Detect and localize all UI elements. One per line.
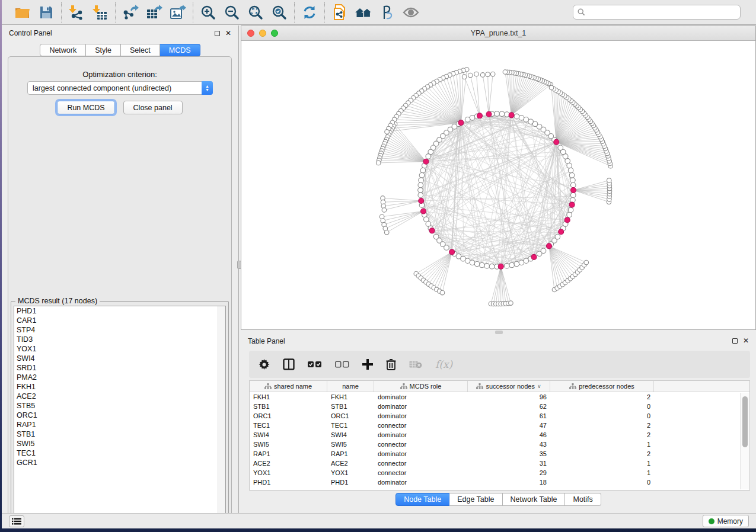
show-column-icon[interactable] (283, 358, 295, 370)
ring-node[interactable] (484, 264, 490, 269)
tab-network-table[interactable]: Network Table (503, 493, 566, 506)
ring-node[interactable] (514, 114, 519, 119)
zoom-in-icon[interactable] (199, 3, 218, 22)
ring-node[interactable] (418, 193, 423, 198)
mcds-result-item[interactable]: CAR1 (14, 316, 225, 325)
mcds-hub-node[interactable] (458, 120, 464, 126)
table-scrollbar-thumb[interactable] (742, 396, 748, 447)
ring-node[interactable] (489, 264, 495, 269)
mcds-result-item[interactable]: RAP1 (14, 420, 225, 430)
mcds-hub-node[interactable] (546, 243, 551, 249)
mcds-result-item[interactable]: YOX1 (14, 344, 225, 354)
ring-node[interactable] (419, 173, 425, 178)
ring-node[interactable] (541, 248, 546, 254)
leaf-node[interactable] (474, 72, 479, 76)
ring-node[interactable] (419, 178, 424, 183)
mcds-result-item[interactable]: STP4 (14, 325, 225, 335)
unselect-all-icon[interactable] (335, 361, 349, 368)
column-header-MCDS-role[interactable]: MCDS role (374, 381, 468, 392)
mcds-list-scrollbar[interactable] (218, 306, 225, 514)
ring-node[interactable] (509, 262, 515, 268)
leaf-node[interactable] (382, 208, 387, 213)
ring-node[interactable] (480, 262, 485, 268)
duplicate-network-icon[interactable] (330, 3, 349, 22)
table-scrollbar[interactable] (740, 393, 749, 489)
mcds-result-item[interactable]: STB5 (14, 401, 225, 411)
export-image-icon[interactable] (168, 3, 187, 22)
leaf-node[interactable] (480, 73, 485, 78)
mcds-result-item[interactable]: TEC1 (14, 448, 225, 458)
leaf-node[interactable] (468, 73, 473, 78)
select-all-icon[interactable] (308, 361, 322, 368)
leaf-node[interactable] (486, 72, 490, 77)
mcds-result-item[interactable]: ACE2 (14, 392, 225, 401)
ring-node[interactable] (505, 264, 510, 269)
ring-node[interactable] (418, 182, 423, 188)
leaf-node[interactable] (607, 178, 611, 183)
ring-node[interactable] (474, 261, 480, 267)
ring-node[interactable] (470, 260, 475, 265)
tab-motifs[interactable]: Motifs (565, 493, 601, 506)
ring-node[interactable] (519, 260, 524, 265)
float-table-panel-icon[interactable] (732, 338, 738, 344)
home-networks-icon[interactable] (354, 3, 373, 22)
leaf-node[interactable] (376, 161, 381, 165)
mcds-hub-node[interactable] (420, 209, 426, 214)
table-row[interactable]: STB1STB1dominator620 (250, 402, 749, 411)
mcds-hub-node[interactable] (419, 198, 424, 203)
mcds-result-list[interactable]: PHD1CAR1STP4TID3YOX1SWI4SRD1PMA2FKH1ACE2… (14, 306, 226, 515)
table-row[interactable]: PHD1PHD1dominator180 (250, 477, 749, 487)
table-row[interactable]: YOX1YOX1connector291 (250, 468, 749, 477)
memory-button[interactable]: Memory (703, 515, 749, 527)
mcds-hub-node[interactable] (569, 202, 575, 207)
mcds-hub-node[interactable] (449, 249, 455, 255)
table-row[interactable]: SWI5SWI5connector431 (250, 440, 749, 449)
tab-edge-table[interactable]: Edge Table (449, 493, 502, 506)
mcds-result-item[interactable]: PHD1 (14, 306, 225, 316)
export-table-icon[interactable] (145, 3, 164, 22)
search-input-field[interactable] (588, 8, 736, 17)
column-header-shared-name[interactable]: shared name (250, 381, 327, 392)
mcds-result-item[interactable]: STB1 (14, 430, 225, 439)
search-input[interactable] (573, 5, 741, 20)
mcds-hub-node[interactable] (498, 264, 503, 269)
open-file-icon[interactable] (13, 3, 32, 22)
ring-node[interactable] (568, 207, 573, 213)
close-table-panel-icon[interactable]: ✕ (743, 338, 749, 344)
tab-node-table[interactable]: Node Table (395, 493, 449, 506)
mcds-hub-node[interactable] (509, 113, 514, 118)
leaf-node[interactable] (490, 72, 495, 76)
add-column-icon[interactable] (362, 359, 373, 370)
network-window-titlebar[interactable]: YPA_prune.txt_1 (241, 26, 755, 41)
column-header-successor-nodes[interactable]: successor nodes∨ (468, 381, 550, 392)
mcds-result-item[interactable]: SRD1 (14, 363, 225, 373)
ring-node[interactable] (567, 163, 572, 168)
leaf-node[interactable] (584, 260, 589, 265)
ring-node[interactable] (567, 212, 572, 217)
leaf-node[interactable] (549, 85, 554, 90)
delete-column-icon[interactable] (386, 358, 396, 370)
ring-node[interactable] (558, 145, 563, 150)
leaf-node[interactable] (385, 130, 390, 134)
horizontal-splitter-handle[interactable] (495, 331, 503, 334)
ring-node[interactable] (519, 116, 524, 121)
zoom-selected-icon[interactable] (270, 3, 289, 22)
zoom-out-icon[interactable] (222, 3, 241, 22)
leaf-node[interactable] (509, 301, 513, 306)
leaf-node[interactable] (503, 70, 508, 75)
mcds-hub-node[interactable] (559, 229, 564, 235)
leaf-node[interactable] (440, 290, 445, 295)
mcds-result-item[interactable]: SWI5 (14, 439, 225, 448)
tab-style[interactable]: Style (86, 44, 121, 56)
table-row[interactable]: ORC1ORC1dominator610 (250, 411, 749, 421)
show-details-icon[interactable] (401, 3, 420, 22)
ring-node[interactable] (570, 178, 576, 183)
hide-details-icon[interactable] (378, 3, 397, 22)
ring-node[interactable] (465, 117, 470, 123)
mcds-result-item[interactable]: ORC1 (14, 411, 225, 420)
table-row[interactable]: RAP1RAP1dominator352 (250, 449, 749, 459)
mcds-hub-node[interactable] (423, 159, 429, 164)
save-icon[interactable] (37, 3, 56, 22)
column-header-name[interactable]: name (327, 381, 374, 392)
mcds-result-item[interactable]: SWI4 (14, 354, 225, 363)
